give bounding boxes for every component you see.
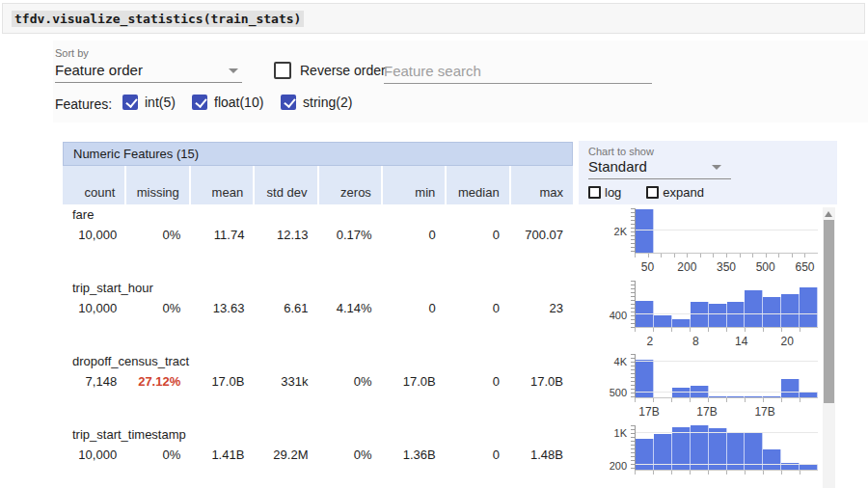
histogram-bar[interactable] bbox=[745, 290, 763, 327]
feature-filter-int[interactable]: int(5) bbox=[122, 95, 176, 110]
expand-checkbox[interactable]: expand bbox=[646, 185, 704, 200]
chevron-down-icon bbox=[229, 68, 238, 73]
table-row: fare 10,000 0% 11.74 12.13 0.17% 0 0 700… bbox=[63, 207, 573, 242]
scrollbar[interactable] bbox=[823, 207, 835, 488]
scrollbar-thumb[interactable] bbox=[824, 220, 834, 403]
stat-value: 331k bbox=[254, 374, 317, 389]
checkbox-checked-icon bbox=[122, 95, 138, 110]
sort-by-dropdown[interactable]: Feature order bbox=[55, 60, 242, 83]
histogram-bar[interactable] bbox=[672, 388, 691, 397]
feature-filter-string[interactable]: string(2) bbox=[281, 95, 352, 110]
stat-value: 10,000 bbox=[63, 447, 126, 462]
chart-type-dropdown[interactable]: Standard bbox=[588, 156, 731, 179]
y-axis-tick-label: 2K bbox=[614, 226, 627, 237]
stat-value: 27.12% bbox=[126, 374, 190, 389]
stat-value: 10,000 bbox=[63, 228, 126, 242]
x-axis-tick-label: 2 bbox=[646, 335, 653, 348]
expand-label: expand bbox=[663, 185, 704, 200]
histogram-bar[interactable] bbox=[800, 393, 818, 397]
stat-value: 6.61 bbox=[254, 301, 317, 315]
x-axis-tick-label: 500 bbox=[756, 260, 775, 274]
feature-name: fare bbox=[63, 207, 573, 222]
column-header: std dev bbox=[253, 166, 316, 204]
sort-by-value: Feature order bbox=[55, 60, 242, 81]
checkbox-icon bbox=[588, 186, 601, 199]
histogram-bar[interactable] bbox=[781, 379, 800, 397]
log-checkbox[interactable]: log bbox=[588, 185, 621, 200]
stat-value: 0% bbox=[126, 228, 190, 242]
x-axis-tick-label: 17B bbox=[696, 405, 717, 419]
stat-value: 13.63 bbox=[190, 301, 254, 315]
column-header: min bbox=[381, 166, 445, 204]
histogram-bar[interactable] bbox=[709, 304, 727, 327]
stat-value: 23 bbox=[509, 301, 573, 315]
histogram-bar[interactable] bbox=[727, 396, 746, 397]
histogram-bar[interactable] bbox=[763, 396, 781, 397]
feature-name: trip_start_hour bbox=[63, 281, 573, 295]
histogram-bar[interactable] bbox=[672, 319, 691, 327]
checkbox-checked-icon bbox=[281, 95, 296, 110]
reverse-order-checkbox[interactable]: Reverse order bbox=[274, 62, 386, 79]
feature-name: dropoff_census_tract bbox=[63, 354, 573, 368]
gridline bbox=[636, 361, 818, 362]
table-row: trip_start_hour 10,000 0% 13.63 6.61 4.1… bbox=[63, 281, 573, 315]
x-axis-tick-label: 8 bbox=[692, 335, 699, 348]
histogram-bar[interactable] bbox=[709, 396, 727, 397]
reverse-order-label: Reverse order bbox=[300, 63, 386, 78]
feature-filter-float[interactable]: float(10) bbox=[192, 95, 263, 110]
column-header: zeros bbox=[317, 166, 381, 204]
gridline bbox=[636, 464, 818, 465]
x-axis-tick-label: 17B bbox=[754, 405, 774, 419]
histogram-bar[interactable] bbox=[636, 209, 654, 253]
stat-value: 17.0B bbox=[382, 374, 446, 389]
stat-value: 0% bbox=[318, 447, 382, 462]
code-text: tfdv.visualize_statistics(train_stats) bbox=[12, 11, 304, 27]
table-row: dropoff_census_tract 7,148 27.12% 17.0B … bbox=[63, 354, 573, 389]
histogram-bar[interactable] bbox=[654, 315, 672, 327]
x-axis-tick-label: 17B bbox=[638, 405, 659, 419]
chart-type-value: Standard bbox=[588, 156, 731, 177]
column-header: missing bbox=[124, 166, 188, 204]
stat-value: 0 bbox=[446, 301, 509, 315]
histogram-bar[interactable] bbox=[763, 449, 781, 470]
x-axis-tick-label: 350 bbox=[717, 260, 736, 274]
stat-value: 0 bbox=[446, 374, 509, 389]
histogram-bar[interactable] bbox=[763, 297, 781, 327]
column-header: mean bbox=[189, 166, 253, 204]
checkbox-icon bbox=[646, 186, 659, 199]
feature-filter-label: float(10) bbox=[214, 95, 263, 110]
checkbox-checked-icon bbox=[192, 95, 207, 110]
histogram-bar[interactable] bbox=[800, 287, 818, 327]
stat-value: 17.0B bbox=[190, 374, 254, 389]
feature-search-input[interactable] bbox=[384, 58, 652, 84]
stat-value: 1.41B bbox=[190, 447, 254, 462]
y-axis-tick-label: 200 bbox=[610, 460, 627, 472]
table-header-row: count missing mean std dev zeros min med… bbox=[63, 166, 573, 204]
y-axis-tick-label: 4K bbox=[614, 356, 627, 367]
tfdv-statistics-widget: tfdv.visualize_statistics(train_stats) S… bbox=[0, 0, 868, 488]
sort-by-label: Sort by bbox=[55, 47, 89, 59]
x-axis-tick-label: 14 bbox=[735, 335, 747, 348]
stat-value: 0.17% bbox=[318, 228, 382, 242]
gridline bbox=[636, 313, 818, 314]
histogram-bar[interactable] bbox=[745, 396, 763, 397]
histogram-bar[interactable] bbox=[727, 302, 746, 327]
stat-value: 17.0B bbox=[509, 374, 573, 389]
stat-value: 29.2M bbox=[254, 447, 317, 462]
scroll-up-icon[interactable] bbox=[825, 211, 832, 217]
y-axis-tick-label: 400 bbox=[610, 310, 627, 321]
table-title: Numeric Features (15) bbox=[63, 142, 573, 166]
stat-value: 0 bbox=[446, 228, 509, 242]
stat-value: 0% bbox=[318, 374, 382, 389]
column-header: max bbox=[509, 166, 573, 204]
stat-value: 0% bbox=[126, 447, 190, 462]
x-axis-tick-label: 20 bbox=[781, 335, 794, 348]
stat-value: 7,148 bbox=[63, 374, 126, 389]
x-axis-tick-label: 650 bbox=[795, 260, 814, 274]
stat-value: 0% bbox=[126, 301, 190, 315]
histogram-bar[interactable] bbox=[781, 294, 800, 327]
feature-filter-label: string(2) bbox=[303, 95, 352, 110]
code-cell[interactable]: tfdv.visualize_statistics(train_stats) bbox=[2, 3, 865, 34]
stat-value: 11.74 bbox=[190, 228, 254, 242]
chevron-down-icon bbox=[712, 165, 721, 170]
